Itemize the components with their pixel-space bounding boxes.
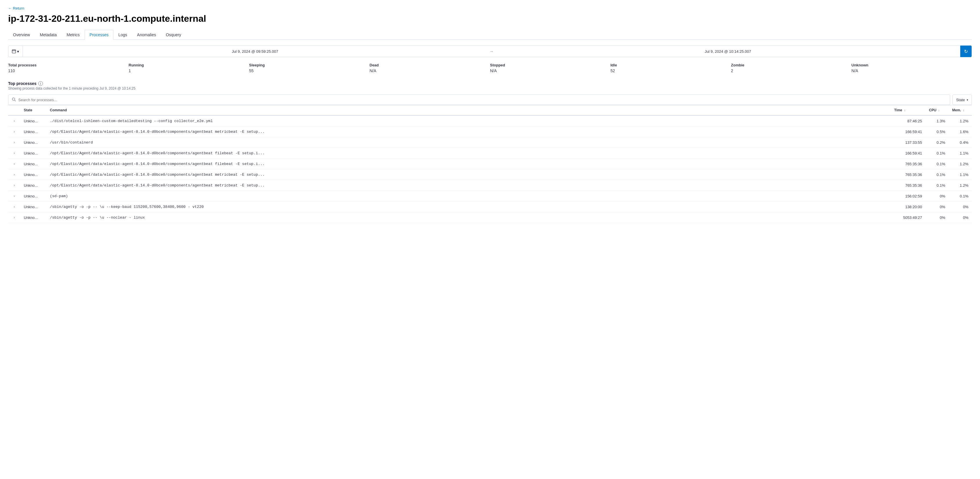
expand-button[interactable]: › — [11, 172, 17, 177]
time-cell: 765:35:36 — [891, 180, 926, 191]
tab-metrics[interactable]: Metrics — [62, 30, 85, 40]
state-filter-button[interactable]: State ▾ — [953, 94, 972, 105]
stat-value: N/A — [370, 68, 490, 73]
stat-value: N/A — [851, 68, 972, 73]
tab-osquery[interactable]: Osquery — [161, 30, 186, 40]
mem-cell: 1.2% — [949, 180, 972, 191]
state-cell: Unkno... — [20, 137, 46, 148]
expand-button[interactable]: › — [11, 193, 17, 199]
stat-unknown: UnknownN/A — [851, 63, 972, 73]
tab-overview[interactable]: Overview — [8, 30, 35, 40]
stat-label: Idle — [611, 63, 731, 67]
mem-sort-icon: ↕ — [963, 109, 964, 112]
tab-anomalies[interactable]: Anomalies — [132, 30, 161, 40]
mem-cell: 0.4% — [949, 137, 972, 148]
stat-value: 1 — [129, 68, 249, 73]
page-title: ip-172-31-20-211.eu-north-1.compute.inte… — [8, 13, 972, 24]
processes-table: State Command Time ↕ CPU ↓ Mem. ↕ › Unkn… — [8, 105, 972, 223]
stat-value: 55 — [249, 68, 370, 73]
stat-label: Sleeping — [249, 63, 370, 67]
cpu-cell: 0.1% — [926, 180, 949, 191]
cpu-cell: 0% — [926, 202, 949, 212]
state-cell: Unkno... — [20, 169, 46, 180]
expand-cell: › — [8, 169, 20, 180]
mem-cell: 0.1% — [949, 191, 972, 202]
table-row: › Unkno... /opt/Elastic/Agent/data/elast… — [8, 126, 972, 137]
top-processes-header: Top processes i Showing process data col… — [8, 81, 972, 91]
command-cell: /opt/Elastic/Agent/data/elastic-agent-8.… — [46, 169, 891, 180]
expand-cell: › — [8, 212, 20, 223]
refresh-button[interactable]: ↻ — [960, 46, 972, 57]
col-mem-header[interactable]: Mem. ↕ — [949, 105, 972, 116]
cpu-cell: 0.5% — [926, 126, 949, 137]
expand-cell: › — [8, 148, 20, 159]
calendar-button[interactable]: ▾ — [8, 46, 23, 57]
calendar-chevron: ▾ — [17, 49, 19, 54]
time-cell: 5053:49:27 — [891, 212, 926, 223]
cpu-cell: 0% — [926, 212, 949, 223]
svg-point-4 — [12, 98, 15, 100]
state-cell: Unkno... — [20, 126, 46, 137]
command-cell: /opt/Elastic/Agent/data/elastic-agent-8.… — [46, 159, 891, 169]
table-header: State Command Time ↕ CPU ↓ Mem. ↕ — [8, 105, 972, 116]
search-icon — [12, 97, 16, 102]
state-cell: Unkno... — [20, 115, 46, 126]
table-row: › Unkno... /opt/Elastic/Agent/data/elast… — [8, 169, 972, 180]
command-cell: /usr/bin/containerd — [46, 137, 891, 148]
expand-button[interactable]: › — [11, 161, 17, 166]
top-processes-subtitle: Showing process data collected for the 1… — [8, 86, 972, 91]
expand-cell: › — [8, 180, 20, 191]
search-input[interactable] — [18, 98, 947, 102]
table-row: › Unkno... /opt/Elastic/Agent/data/elast… — [8, 148, 972, 159]
command-cell: /opt/Elastic/Agent/data/elastic-agent-8.… — [46, 148, 891, 159]
expand-button[interactable]: › — [11, 129, 17, 134]
return-link[interactable]: ← Return — [8, 6, 24, 10]
search-filter-row: State ▾ — [8, 94, 972, 105]
expand-cell: › — [8, 191, 20, 202]
expand-button[interactable]: › — [11, 204, 17, 209]
col-expand-header — [8, 105, 20, 116]
cpu-cell: 0% — [926, 191, 949, 202]
col-cpu-header[interactable]: CPU ↓ — [926, 105, 949, 116]
command-cell: /sbin/agetty -o -p -- \u --noclear - lin… — [46, 212, 891, 223]
top-processes-title: Top processes — [8, 81, 37, 86]
tab-metadata[interactable]: Metadata — [35, 30, 62, 40]
state-cell: Unkno... — [20, 212, 46, 223]
time-range-end: Jul 9, 2024 @ 10:14:25.007 — [496, 49, 960, 54]
table-row: › Unkno... ./dist/otelcol-ishleen-custom… — [8, 115, 972, 126]
tab-processes[interactable]: Processes — [85, 30, 113, 40]
expand-button[interactable]: › — [11, 151, 17, 156]
time-cell: 138:20:00 — [891, 202, 926, 212]
calendar-icon — [12, 49, 16, 53]
time-range-start: Jul 9, 2024 @ 09:59:25.007 — [23, 49, 487, 54]
time-cell: 765:35:36 — [891, 159, 926, 169]
stat-value: 110 — [8, 68, 129, 73]
time-cell: 156:02:59 — [891, 191, 926, 202]
cpu-cell: 0.1% — [926, 169, 949, 180]
time-cell: 166:59:41 — [891, 148, 926, 159]
tab-logs[interactable]: Logs — [113, 30, 132, 40]
cpu-cell: 0.1% — [926, 159, 949, 169]
expand-button[interactable]: › — [11, 140, 17, 145]
expand-button[interactable]: › — [11, 118, 17, 124]
tabs-nav: OverviewMetadataMetricsProcessesLogsAnom… — [8, 30, 972, 40]
expand-cell: › — [8, 159, 20, 169]
mem-cell: 1.6% — [949, 126, 972, 137]
stat-total-processes: Total processes110 — [8, 63, 129, 73]
time-cell: 137:33:55 — [891, 137, 926, 148]
stat-running: Running1 — [129, 63, 249, 73]
search-box — [8, 94, 950, 105]
expand-cell: › — [8, 202, 20, 212]
expand-cell: › — [8, 126, 20, 137]
stat-value: 52 — [611, 68, 731, 73]
table-row: › Unkno... /sbin/agetty -o -p -- \u --no… — [8, 212, 972, 223]
expand-button[interactable]: › — [11, 215, 17, 220]
time-range-arrow: → — [487, 49, 496, 54]
stat-stopped: StoppedN/A — [490, 63, 611, 73]
stat-zombie: Zombie2 — [731, 63, 851, 73]
col-time-header[interactable]: Time ↕ — [891, 105, 926, 116]
stats-row: Total processes110Running1Sleeping55Dead… — [8, 63, 972, 73]
stat-label: Running — [129, 63, 249, 67]
expand-button[interactable]: › — [11, 183, 17, 188]
info-icon[interactable]: i — [38, 81, 43, 86]
